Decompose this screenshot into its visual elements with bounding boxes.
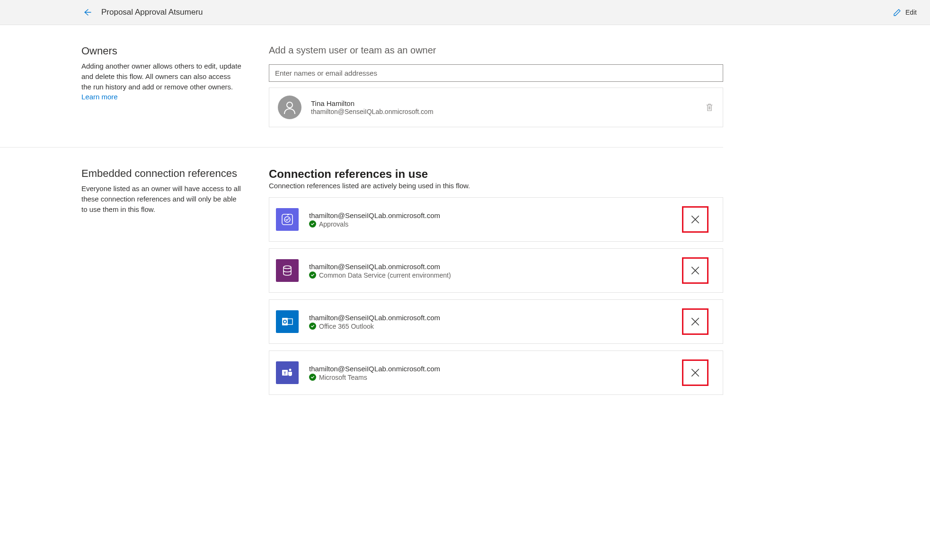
connection-card: T thamilton@SenseiIQLab.onmicrosoft.com … (269, 350, 723, 395)
page-header: Proposal Approval Atsumeru Edit (0, 0, 930, 25)
close-icon (690, 368, 700, 378)
owner-card: Tina Hamilton thamilton@SenseiIQLab.onmi… (269, 88, 723, 127)
pencil-icon (893, 8, 902, 17)
connection-info: thamilton@SenseiIQLab.onmicrosoft.com Co… (309, 262, 672, 279)
connections-left: Embedded connection references Everyone … (81, 167, 242, 402)
connection-card: thamilton@SenseiIQLab.onmicrosoft.com Co… (269, 248, 723, 293)
remove-connection-button[interactable] (682, 206, 709, 233)
check-icon (309, 220, 316, 228)
learn-more-link[interactable]: Learn more (81, 93, 118, 101)
remove-connection-button[interactable] (682, 257, 709, 284)
connection-name-row: Approvals (309, 220, 672, 228)
connections-heading-right: Connection references in use (269, 167, 723, 181)
outlook-icon (276, 310, 299, 333)
connection-service: Office 365 Outlook (319, 323, 374, 330)
svg-point-0 (287, 102, 292, 108)
owner-email: thamilton@SenseiIQLab.onmicrosoft.com (311, 108, 695, 115)
svg-text:T: T (283, 371, 286, 376)
connections-heading-left: Embedded connection references (81, 167, 242, 180)
section-divider (0, 147, 723, 148)
connection-email: thamilton@SenseiIQLab.onmicrosoft.com (309, 262, 672, 271)
svg-point-3 (283, 266, 291, 269)
connections-section: Embedded connection references Everyone … (81, 167, 723, 402)
remove-connection-button[interactable] (682, 359, 709, 386)
add-owner-subheading: Add a system user or team as an owner (269, 45, 723, 56)
owners-left: Owners Adding another owner allows other… (81, 45, 242, 127)
delete-owner-button[interactable] (705, 103, 714, 112)
connection-info: thamilton@SenseiIQLab.onmicrosoft.com Ap… (309, 211, 672, 228)
owner-info: Tina Hamilton thamilton@SenseiIQLab.onmi… (311, 99, 695, 115)
page-title: Proposal Approval Atsumeru (101, 8, 203, 17)
main-content: Owners Adding another owner allows other… (81, 25, 723, 430)
connections-subdesc: Connection references listed are activel… (269, 182, 723, 190)
edit-label: Edit (905, 9, 917, 16)
connection-card: thamilton@SenseiIQLab.onmicrosoft.com Of… (269, 299, 723, 344)
trash-icon (705, 103, 714, 112)
connection-card: thamilton@SenseiIQLab.onmicrosoft.com Ap… (269, 197, 723, 242)
remove-connection-button[interactable] (682, 308, 709, 335)
connection-service: Common Data Service (current environment… (319, 271, 451, 279)
connection-service: Microsoft Teams (319, 374, 367, 381)
check-icon (309, 323, 316, 330)
connection-name-row: Microsoft Teams (309, 374, 672, 381)
close-icon (690, 265, 700, 276)
svg-point-9 (289, 369, 292, 371)
connection-info: thamilton@SenseiIQLab.onmicrosoft.com Mi… (309, 365, 672, 381)
connection-email: thamilton@SenseiIQLab.onmicrosoft.com (309, 314, 672, 322)
teams-icon: T (276, 361, 299, 384)
back-arrow-icon[interactable] (82, 8, 92, 17)
owner-search-input[interactable] (269, 64, 723, 82)
owner-name: Tina Hamilton (311, 99, 695, 107)
check-icon (309, 271, 316, 279)
connection-email: thamilton@SenseiIQLab.onmicrosoft.com (309, 211, 672, 219)
connection-name-row: Office 365 Outlook (309, 323, 672, 330)
owners-right: Add a system user or team as an owner Ti… (269, 45, 723, 127)
owners-heading: Owners (81, 45, 242, 57)
header-left: Proposal Approval Atsumeru (82, 8, 203, 17)
avatar-icon (278, 96, 301, 119)
connection-email: thamilton@SenseiIQLab.onmicrosoft.com (309, 365, 672, 373)
connection-name-row: Common Data Service (current environment… (309, 271, 672, 279)
approvals-icon (276, 208, 299, 231)
connections-desc-left: Everyone listed as an owner will have ac… (81, 184, 242, 214)
check-icon (309, 374, 316, 381)
connection-info: thamilton@SenseiIQLab.onmicrosoft.com Of… (309, 314, 672, 330)
connections-right: Connection references in use Connection … (269, 167, 723, 402)
close-icon (690, 214, 700, 225)
owners-section: Owners Adding another owner allows other… (81, 45, 723, 127)
database-icon (276, 259, 299, 282)
close-icon (690, 316, 700, 327)
edit-button[interactable]: Edit (893, 8, 917, 17)
owners-description: Adding another owner allows others to ed… (81, 61, 242, 92)
connection-service: Approvals (319, 220, 348, 228)
